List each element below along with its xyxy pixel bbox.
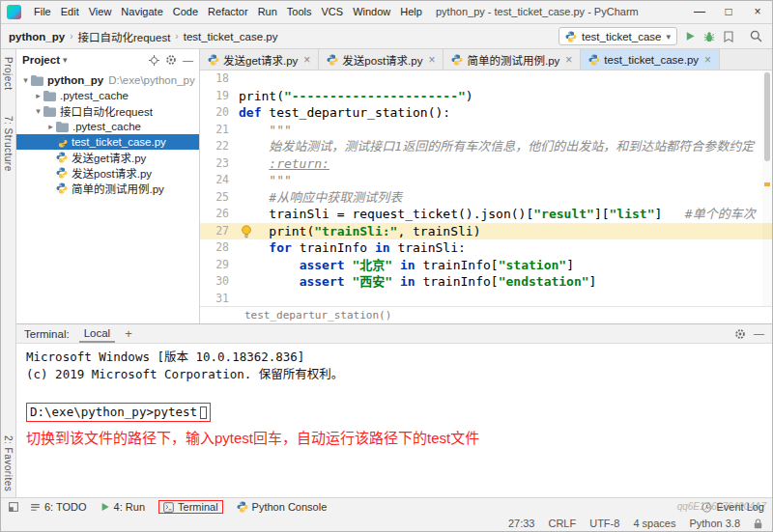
code-line[interactable]: 30 assert "西安" in trainInfo["endstation"… (200, 273, 772, 291)
project-panel-title[interactable]: Project (22, 54, 60, 66)
code-line[interactable]: 23 :return: (200, 155, 772, 173)
line-number[interactable]: 23 (200, 155, 239, 173)
line-number[interactable]: 22 (200, 138, 239, 155)
code-editor[interactable]: 1819print("----------------------")20def… (200, 70, 772, 306)
breadcrumb-item[interactable]: python_py (9, 31, 65, 42)
tree-item-get-py[interactable]: 发送get请求.py (16, 150, 199, 165)
hide-panel-icon[interactable]: — (754, 328, 764, 339)
code-line[interactable]: 21 """ (200, 122, 772, 139)
statusbar-item-python-console[interactable]: Python Console (237, 501, 328, 513)
coverage-button[interactable] (723, 31, 734, 42)
terminal-tab-local[interactable]: Local (79, 324, 116, 343)
line-number[interactable]: 27 (200, 223, 239, 240)
menu-edit[interactable]: Edit (56, 1, 84, 23)
maximize-button[interactable]: □ (714, 1, 743, 23)
statusbar-item-label: Terminal (178, 501, 218, 513)
tree-item-test_ticket_case-py[interactable]: test_ticket_case.py (16, 134, 199, 150)
scrollbar-thumb[interactable] (764, 72, 770, 161)
menu-run[interactable]: Run (253, 1, 282, 23)
line-number[interactable]: 21 (200, 122, 239, 139)
hide-panel-icon[interactable]: — (183, 55, 193, 66)
search-everywhere-icon[interactable] (750, 30, 762, 42)
line-number[interactable]: 30 (200, 273, 239, 291)
settings-gear-icon[interactable] (165, 54, 177, 66)
menu-window[interactable]: Window (348, 1, 395, 23)
code-line[interactable]: 31 (200, 291, 772, 307)
lock-icon[interactable] (754, 518, 762, 529)
statusbar-item-label: 6: TODO (44, 501, 87, 513)
menu-refactor[interactable]: Refactor (203, 1, 253, 23)
run-config-selector[interactable]: test_ticket_case ▾ (558, 27, 677, 45)
statusbar-item-4-run[interactable]: 4: Run (100, 501, 145, 513)
chevron-down-icon[interactable]: ▾ (20, 75, 31, 85)
settings-gear-icon[interactable] (734, 328, 746, 340)
line-number[interactable]: 19 (200, 88, 239, 105)
add-terminal-button[interactable]: + (125, 326, 132, 341)
code-line[interactable]: 25 #从响应中获取测试列表 (200, 189, 772, 207)
code-line[interactable]: 29 assert "北京" in trainInfo["station"] (200, 257, 772, 274)
terminal-body[interactable]: Microsoft Windows [版本 10.0.18362.836](c)… (16, 344, 772, 497)
tool-windows-icon[interactable] (9, 502, 18, 512)
line-number[interactable]: 28 (200, 239, 239, 257)
tree-item-pytest_cache[interactable]: ▸.pytest_cache (16, 119, 199, 134)
status-info-utf-8[interactable]: UTF-8 (589, 518, 619, 529)
breadcrumb-separator-icon: › (175, 31, 178, 42)
menu-view[interactable]: View (84, 1, 117, 23)
editor-tab-post-py[interactable]: 发送post请求.py× (319, 49, 444, 70)
menu-navigate[interactable]: Navigate (116, 1, 167, 23)
menu-tools[interactable]: Tools (282, 1, 317, 23)
line-number[interactable]: 18 (200, 70, 239, 88)
locate-file-icon[interactable] (149, 55, 159, 66)
tree-item-pytest_cache[interactable]: ▸.pytest_cache (16, 88, 199, 103)
menu-help[interactable]: Help (395, 1, 427, 23)
statusbar-item-6-todo[interactable]: 6: TODO (30, 501, 87, 513)
event-log-icon (701, 502, 712, 513)
breadcrumb-item[interactable]: 接口自动化request (77, 29, 170, 44)
status-info-27-33[interactable]: 27:33 (508, 518, 535, 529)
menu-vcs[interactable]: VCS (317, 1, 349, 23)
close-icon[interactable]: × (565, 53, 572, 67)
status-info-4-spaces[interactable]: 4 spaces (633, 518, 675, 529)
terminal-prompt[interactable]: D:\exe\python_py>pytest (30, 404, 197, 421)
line-number[interactable]: 20 (200, 104, 239, 122)
editor-tab-get-py[interactable]: 发送get请求.py× (200, 49, 319, 70)
status-info-crlf[interactable]: CRLF (548, 518, 576, 529)
tree-item-py[interactable]: 简单的测试用例.py (16, 181, 199, 196)
menu-code[interactable]: Code (168, 1, 203, 23)
breadcrumb-item[interactable]: test_ticket_case.py (184, 31, 278, 42)
line-number[interactable]: 31 (200, 291, 239, 307)
line-number[interactable]: 29 (200, 257, 239, 274)
editor-breadcrumb[interactable]: test_departur_station() (200, 306, 772, 323)
editor-scrollbar[interactable] (762, 70, 772, 306)
code-line[interactable]: 22 始发站测试，测试接口1返回的所有车次信息，他们的出发站，和到达站都符合参数… (200, 138, 772, 155)
code-line[interactable]: 20def test_departur_station(): (200, 104, 772, 122)
line-number[interactable]: 25 (200, 189, 239, 207)
tool-window-button-project[interactable]: Project (3, 57, 14, 91)
run-button[interactable] (685, 31, 696, 42)
debug-button[interactable] (703, 31, 715, 42)
tree-item-post-py[interactable]: 发送post请求.py (16, 165, 199, 181)
status-info-python-3-8[interactable]: Python 3.8 (689, 518, 740, 529)
close-icon[interactable]: × (704, 53, 711, 67)
menu-file[interactable]: File (29, 1, 56, 23)
statusbar-item-terminal[interactable]: Terminal (158, 500, 223, 514)
tree-item-request[interactable]: ▾接口自动化request (16, 103, 199, 119)
tool-window-button-7-structure[interactable]: 7: Structure (3, 116, 14, 172)
line-number[interactable]: 24 (200, 172, 239, 189)
code-line[interactable]: 27 print("trainSli:", trainSli) (200, 223, 772, 240)
event-log-button[interactable]: Event Log (701, 501, 764, 513)
code-line[interactable]: 19print("----------------------") (200, 88, 772, 105)
editor-tab-py[interactable]: 简单的测试用例.py× (444, 49, 581, 70)
code-line[interactable]: 26 trainSli = request_ticket().json()["r… (200, 206, 772, 223)
code-line[interactable]: 28 for trainInfo in trainSli: (200, 239, 772, 257)
close-button[interactable]: × (743, 1, 772, 23)
close-icon[interactable]: × (428, 53, 435, 67)
tree-root[interactable]: ▾python_pyD:\exe\python_py (16, 72, 199, 88)
tool-window-button-2-favorites[interactable]: 2: Favorites (3, 435, 14, 491)
minimize-button[interactable]: — (685, 1, 714, 23)
line-number[interactable]: 26 (200, 206, 239, 223)
editor-tab-test_ticket_case-py[interactable]: test_ticket_case.py× (581, 49, 720, 70)
close-icon[interactable]: × (303, 53, 310, 67)
code-line[interactable]: 18 (200, 70, 772, 88)
code-line[interactable]: 24 """ (200, 172, 772, 189)
